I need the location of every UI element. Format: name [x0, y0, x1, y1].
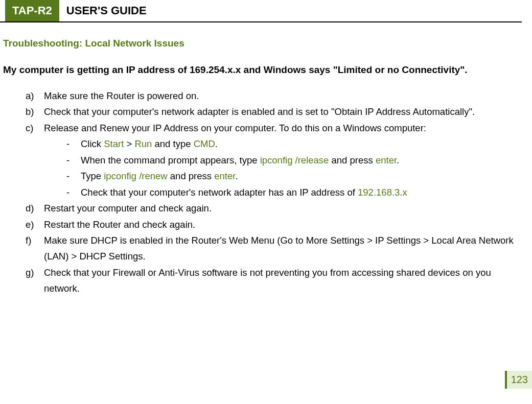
item-text: Restart the Router and check again. [44, 219, 195, 230]
item-text: Check that your Firewall or Anti-Virus s… [44, 267, 491, 294]
item-text: Make sure the Router is powered on. [44, 90, 199, 101]
keyword: ipconfig /renew [104, 171, 167, 181]
item-text: Make sure DHCP is enabled in the Router'… [44, 235, 514, 262]
keyword: Run [134, 138, 152, 149]
product-badge: TAP-R2 [5, 0, 59, 21]
question-heading: My computer is getting an IP address of … [3, 64, 522, 76]
item-text: Restart your computer and check again. [44, 203, 212, 213]
sub-text-part: . [397, 155, 399, 165]
sub-text-part: and press [168, 171, 215, 181]
item-marker: c) [26, 120, 33, 136]
sub-text-part: > [124, 138, 134, 149]
list-item: f) Make sure DHCP is enabled in the Rout… [26, 232, 522, 265]
item-text: Release and Renew your IP Address on you… [44, 123, 426, 133]
sub-text-part: and type [152, 138, 193, 149]
list-item: - When the command prompt appears, type … [66, 152, 522, 168]
item-marker: d) [26, 200, 34, 216]
list-item: b) Check that your computer's network ad… [26, 104, 522, 120]
page-number: 123 [505, 371, 532, 389]
item-text: Check that your computer's network adapt… [44, 106, 475, 117]
list-item: - Type ipconfig /renew and press enter. [66, 168, 522, 184]
sub-text-part: . [235, 171, 238, 181]
page-header: TAP-R2 USER'S GUIDE [0, 0, 522, 22]
item-marker: e) [26, 217, 34, 232]
keyword: 192.168.3.x [358, 187, 407, 198]
dash-marker: - [66, 136, 70, 152]
keyword: enter [214, 171, 235, 181]
list-item: c) Release and Renew your IP Address on … [26, 120, 522, 200]
sub-text-part: Check that your computer's network adapt… [81, 187, 358, 198]
page-content: Troubleshooting: Local Network Issues My… [0, 22, 532, 297]
dash-marker: - [66, 152, 70, 168]
list-item: - Check that your computer's network ada… [66, 184, 522, 200]
list-item: d) Restart your computer and check again… [26, 200, 522, 216]
sub-text-part: When the command prompt appears, type [81, 155, 260, 165]
item-marker: g) [26, 265, 34, 280]
sub-text-part: . [215, 138, 218, 149]
keyword: CMD [194, 138, 215, 149]
item-marker: f) [26, 232, 31, 248]
sub-text-part: Click [81, 138, 104, 149]
section-title: Troubleshooting: Local Network Issues [3, 38, 522, 49]
steps-list: a) Make sure the Router is powered on. b… [3, 88, 522, 297]
list-item: a) Make sure the Router is powered on. [26, 88, 522, 104]
list-item: e) Restart the Router and check again. [26, 217, 522, 232]
keyword: ipconfig /release [260, 155, 329, 165]
item-marker: b) [26, 104, 34, 120]
doc-title: USER'S GUIDE [59, 0, 154, 21]
list-item: - Click Start > Run and type CMD. [66, 136, 522, 152]
keyword: Start [104, 138, 124, 149]
dash-marker: - [66, 184, 70, 200]
item-marker: a) [26, 88, 34, 104]
sub-text-part: Type [81, 171, 104, 181]
list-item: g) Check that your Firewall or Anti-Viru… [26, 265, 522, 297]
dash-marker: - [66, 168, 70, 184]
keyword: enter [376, 155, 397, 165]
sub-steps-list: - Click Start > Run and type CMD. - When… [44, 136, 522, 200]
sub-text-part: and press [329, 155, 376, 165]
